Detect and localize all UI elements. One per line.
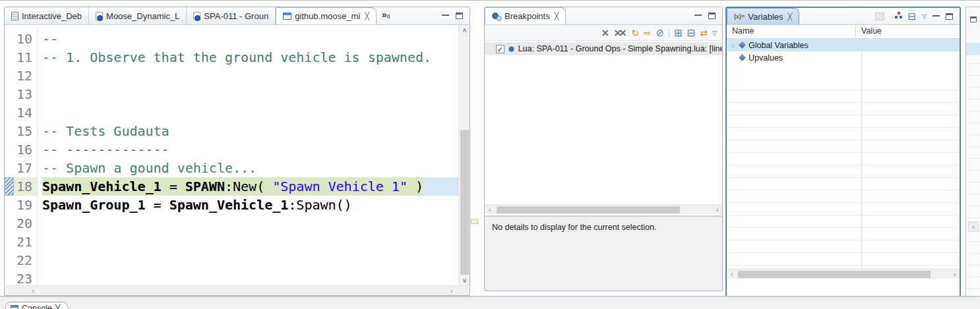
adjacent-window-edge: ‹ ‹ — [965, 7, 980, 300]
more-editors-chevron[interactable]: »8 — [377, 7, 396, 24]
code-line-11[interactable]: 11-- 1. Observe that the ground vehicle … — [5, 48, 458, 67]
reset-breakpoints-icon[interactable]: ↻ — [631, 28, 639, 38]
code-text: -- Tests Gudauta — [42, 122, 169, 140]
code-line-10[interactable]: 10-- — [5, 30, 458, 48]
line-number: 12 — [14, 67, 38, 85]
annotation-ruler-cell — [5, 269, 14, 285]
column-header-name[interactable]: Name — [727, 25, 856, 38]
close-icon[interactable]: ╳ — [55, 304, 61, 309]
collapse-all-icon[interactable]: ⊟ — [687, 28, 696, 38]
scroll-left-icon[interactable]: ‹ — [727, 269, 737, 279]
minimize-icon[interactable] — [694, 13, 702, 16]
maximize-icon[interactable] — [708, 13, 716, 19]
expand-all-icon[interactable]: ⊞ — [674, 28, 683, 38]
breakpoints-list[interactable]: ✓ Lua: SPA-011 - Ground Ops - Simple Spa… — [485, 41, 722, 206]
editor-horizontal-scrollbar[interactable]: ‹ › — [5, 285, 470, 295]
code-editor[interactable]: 10--11-- 1. Observe that the ground vehi… — [5, 25, 458, 285]
toolbar-separator — [669, 28, 669, 38]
editor-vertical-scrollbar[interactable]: ∧ ∨ — [458, 25, 470, 285]
tab-moose-dynamic-l[interactable]: Moose_Dynamic_L — [89, 7, 187, 24]
line-content: -- — [38, 30, 458, 48]
tab-label: github.moose_mi — [295, 11, 360, 21]
scroll-left-icon[interactable]: ‹ — [485, 205, 495, 215]
lua-file-icon — [96, 12, 103, 20]
breakpoints-horizontal-scrollbar[interactable]: ‹ › — [485, 204, 722, 214]
code-line-15[interactable]: 15-- Tests Gudauta — [5, 122, 458, 140]
code-line-14[interactable]: 14 — [5, 103, 458, 122]
splitter-handle[interactable] — [471, 219, 478, 224]
tab-console[interactable]: Console ╳ — [5, 302, 69, 309]
code-segment-bold: Spawn_Vehicle_1 — [169, 197, 289, 213]
scroll-left-icon[interactable]: ‹ — [28, 286, 38, 296]
scrollbar-thumb[interactable] — [738, 271, 931, 278]
variable-name: Global Variables — [749, 41, 809, 50]
scroll-right-icon[interactable]: › — [446, 286, 456, 296]
code-segment-comment: -- ------------- — [42, 142, 169, 157]
code-line-17[interactable]: 17-- Spawn a gound vehicle... — [5, 159, 458, 177]
variables-horizontal-scrollbar[interactable]: ‹ › — [727, 269, 960, 279]
close-icon[interactable]: ╳ — [555, 12, 559, 20]
tab-variables[interactable]: (x)= Variables ╳ — [727, 8, 799, 24]
view-menu-icon[interactable]: ▽ — [922, 12, 927, 21]
code-line-21[interactable]: 21 — [5, 233, 458, 251]
maximize-icon[interactable] — [946, 13, 953, 20]
scroll-right-icon[interactable]: › — [950, 269, 960, 279]
scrollbar-thumb[interactable] — [497, 206, 680, 213]
breakpoints-icon — [492, 13, 501, 20]
show-logical-structure-icon[interactable]: → — [890, 12, 902, 20]
column-header-value[interactable]: Value — [856, 25, 882, 38]
show-type-names-icon — [875, 13, 884, 20]
code-segment-bold: Spawn_Group_1 — [42, 197, 146, 213]
code-line-19[interactable]: 19Spawn_Group_1 = Spawn_Vehicle_1:Spawn(… — [5, 196, 458, 214]
goto-file-icon[interactable]: ⇨ — [644, 28, 652, 38]
code-line-20[interactable]: 20 — [5, 214, 458, 233]
code-segment-bold: SPAWN — [185, 179, 225, 194]
scroll-down-icon[interactable]: ∨ — [459, 275, 470, 285]
code-line-13[interactable]: 13 — [5, 85, 458, 103]
tab-breakpoints[interactable]: Breakpoints ╳ — [485, 7, 566, 24]
line-number: 19 — [14, 196, 38, 214]
variables-header-row: Name Value — [727, 25, 960, 39]
minimize-icon[interactable] — [442, 13, 449, 16]
close-icon[interactable]: ╳ — [365, 12, 369, 20]
line-number: 22 — [14, 251, 38, 269]
scroll-up-icon[interactable]: ∧ — [459, 25, 470, 35]
remove-all-breakpoints-icon[interactable]: ✕✕ — [614, 28, 624, 38]
variable-row-global-variables[interactable]: ›Global Variables — [727, 39, 960, 51]
remove-breakpoint-icon[interactable]: ✕ — [601, 28, 609, 38]
scroll-right-icon[interactable]: › — [712, 205, 722, 215]
scrollbar-thumb[interactable] — [460, 130, 469, 275]
maximize-icon[interactable] — [456, 13, 463, 19]
bottom-panel-strip: Console ╳ — [0, 296, 980, 309]
lua-file-icon — [193, 12, 200, 20]
code-segment-plain: :Spawn() — [288, 197, 352, 213]
tab-github-moose-mi[interactable]: github.moose_mi╳ — [276, 7, 377, 24]
code-line-18[interactable]: 18Spawn_Vehicle_1 = SPAWN:New( "Spawn Ve… — [5, 177, 458, 196]
maximize-icon[interactable] — [970, 16, 977, 22]
tab-spa-011-groun[interactable]: SPA-011 - Groun — [187, 7, 276, 24]
scroll-left-icon[interactable]: ‹ — [968, 221, 979, 232]
expander-chevron-icon[interactable]: › — [729, 42, 736, 49]
line-content — [38, 103, 458, 122]
column-separator[interactable] — [861, 39, 862, 269]
code-line-16[interactable]: 16-- ------------- — [5, 140, 458, 159]
breakpoint-row[interactable]: ✓ Lua: SPA-011 - Ground Ops - Simple Spa… — [485, 42, 722, 55]
breakpoint-details: No details to display for the current se… — [485, 217, 722, 291]
variable-row-upvalues[interactable]: Upvalues — [727, 51, 960, 64]
minimize-icon[interactable] — [933, 14, 940, 16]
console-icon — [11, 305, 18, 309]
breakpoint-checkbox[interactable]: ✓ — [496, 45, 505, 53]
close-icon[interactable]: ╳ — [788, 13, 793, 21]
link-with-debug-view-icon[interactable]: ⇄ — [700, 28, 708, 38]
annotation-ruler-cell — [5, 140, 14, 159]
line-content — [38, 85, 458, 103]
tab-label: Interactive_Deb — [22, 11, 82, 21]
skip-all-breakpoints-icon[interactable]: ⊘ — [656, 28, 665, 38]
code-line-23[interactable]: 23 — [5, 269, 458, 285]
tab-interactive-deb[interactable]: Interactive_Deb — [5, 7, 89, 24]
collapse-all-icon[interactable]: ⊟ — [908, 12, 917, 21]
code-line-22[interactable]: 22 — [5, 251, 458, 269]
variables-panel: (x)= Variables ╳ → ⊟ ▽ Name Value — [725, 7, 961, 299]
code-line-12[interactable]: 12 — [5, 67, 458, 85]
view-menu-icon[interactable]: ▽ — [712, 28, 717, 38]
